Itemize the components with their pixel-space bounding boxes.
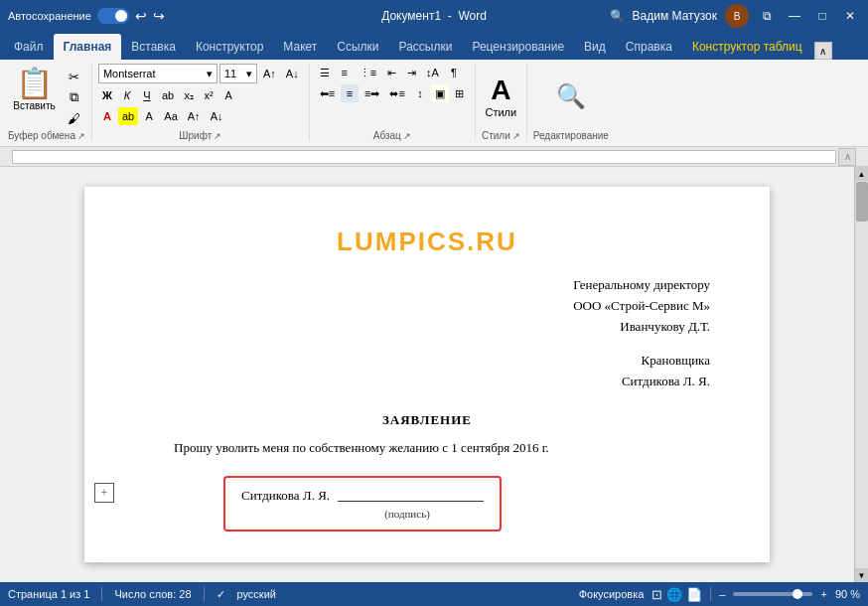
underline-button[interactable]: Ч bbox=[138, 86, 156, 104]
borders-button[interactable]: ⊞ bbox=[451, 84, 469, 102]
minimize-button[interactable]: — bbox=[785, 6, 804, 26]
sort-button[interactable]: ↕A bbox=[422, 64, 443, 81]
font-color2-button[interactable]: A bbox=[140, 107, 158, 125]
redo-icon[interactable]: ↪ bbox=[153, 8, 165, 24]
tab-layout[interactable]: Макет bbox=[273, 34, 327, 60]
increase-font-button[interactable]: A↑ bbox=[259, 65, 280, 82]
restore-icon[interactable]: ⧉ bbox=[757, 6, 777, 26]
focus-mode[interactable]: Фокусировка bbox=[579, 588, 645, 600]
spell-icon: ✓ bbox=[217, 588, 225, 601]
autosave-label: Автосохранение bbox=[8, 10, 91, 22]
highlight-button[interactable]: ab bbox=[118, 107, 138, 125]
signature-box: Ситдикова Л. Я. (подпись) bbox=[223, 476, 502, 531]
italic-button[interactable]: К bbox=[118, 86, 136, 104]
statusbar: Страница 1 из 1 Число слов: 28 ✓ русский… bbox=[0, 582, 868, 606]
vertical-scrollbar[interactable]: ▲ ▼ bbox=[854, 167, 868, 582]
numbered-list-button[interactable]: ≡ bbox=[336, 64, 354, 81]
size-up-button[interactable]: A↑ bbox=[184, 107, 205, 125]
web-layout-button[interactable]: 🌐 bbox=[666, 587, 682, 602]
increase-indent-button[interactable]: ⇥ bbox=[402, 64, 420, 81]
paste-button[interactable]: 📋 Вставить bbox=[9, 64, 59, 113]
language: русский bbox=[237, 588, 276, 600]
copy-button[interactable]: ⧉ bbox=[64, 88, 84, 106]
search-ribbon-icon: 🔍 bbox=[556, 82, 586, 110]
justify-button[interactable]: ⬌≡ bbox=[385, 84, 408, 102]
size-down-button[interactable]: A↓ bbox=[207, 107, 227, 125]
font-name-box[interactable]: Montserrat ▾ bbox=[98, 64, 217, 83]
zoom-minus-button[interactable]: – bbox=[719, 588, 725, 600]
sig-subtitle: (подпись) bbox=[331, 508, 484, 520]
tab-constructor[interactable]: Конструктор bbox=[186, 34, 273, 60]
clipboard-expand-icon[interactable]: ↗ bbox=[77, 131, 85, 141]
ribbon-toolbar: 📋 Вставить ✂ ⧉ 🖌 Буфер обмена ↗ Montser bbox=[0, 60, 868, 147]
tab-mailings[interactable]: Рассылки bbox=[389, 34, 463, 60]
scroll-down-button[interactable]: ▼ bbox=[855, 568, 869, 582]
font-color-button[interactable]: A bbox=[98, 107, 116, 125]
recipient-line1: Генеральному директору bbox=[144, 275, 710, 296]
case-button[interactable]: Аа bbox=[160, 107, 182, 125]
styles-button[interactable]: Стили bbox=[485, 106, 516, 118]
zoom-plus-button[interactable]: + bbox=[820, 588, 826, 600]
show-marks-button[interactable]: ¶ bbox=[445, 64, 463, 81]
decrease-indent-button[interactable]: ⇤ bbox=[382, 64, 400, 81]
tab-review[interactable]: Рецензирование bbox=[462, 34, 574, 60]
tab-view[interactable]: Вид bbox=[574, 34, 616, 60]
titlebar-center: Документ1 - Word bbox=[381, 9, 487, 23]
bullet-list-button[interactable]: ☰ bbox=[316, 64, 334, 81]
styles-expand-icon[interactable]: ↗ bbox=[512, 131, 520, 141]
document-page[interactable]: LUMPICS.RU Генеральному директору ООО «С… bbox=[84, 187, 770, 562]
strikethrough-button[interactable]: аb bbox=[158, 86, 178, 104]
decrease-font-button[interactable]: A↓ bbox=[282, 65, 303, 82]
tab-links[interactable]: Ссылки bbox=[327, 34, 388, 60]
autosave-toggle[interactable] bbox=[97, 8, 129, 24]
sig-name: Ситдикова Л. Я. bbox=[241, 488, 330, 504]
clear-format-button[interactable]: A bbox=[219, 86, 237, 104]
clipboard-label: Буфер обмена bbox=[8, 130, 75, 141]
close-button[interactable]: ✕ bbox=[840, 6, 860, 26]
add-content-button[interactable]: + bbox=[94, 483, 114, 503]
scroll-thumb[interactable] bbox=[856, 182, 868, 222]
zoom-thumb bbox=[793, 589, 802, 599]
subscript-button[interactable]: x₂ bbox=[180, 86, 198, 104]
from-line2: Ситдикова Л. Я. bbox=[144, 372, 710, 392]
page-logo: LUMPICS.RU bbox=[144, 227, 710, 257]
sig-underline bbox=[338, 501, 484, 502]
font-expand-icon[interactable]: ↗ bbox=[214, 131, 221, 141]
tab-home[interactable]: Главная bbox=[54, 34, 122, 60]
scroll-track bbox=[855, 181, 868, 568]
superscript-button[interactable]: x² bbox=[200, 86, 217, 104]
editing-group: 🔍 Редактирование bbox=[531, 64, 615, 141]
app-window: Автосохранение ↩ ↪ Документ1 - Word 🔍 Ва… bbox=[0, 0, 868, 606]
ribbon-collapse-button[interactable]: ∧ bbox=[814, 42, 832, 60]
font-label: Шрифт bbox=[179, 130, 212, 141]
titlebar-left: Автосохранение ↩ ↪ bbox=[8, 8, 381, 24]
tab-table-constructor[interactable]: Конструктор таблиц bbox=[682, 34, 812, 60]
bold-button[interactable]: Ж bbox=[98, 86, 116, 104]
recipient-line3: Иванчукову Д.Т. bbox=[144, 317, 710, 338]
zoom-slider[interactable] bbox=[733, 592, 812, 596]
font-size-box[interactable]: 11 ▾ bbox=[219, 64, 257, 83]
align-left-button[interactable]: ⬅≡ bbox=[316, 84, 339, 102]
paragraph-expand-icon[interactable]: ↗ bbox=[403, 131, 411, 141]
read-mode-button[interactable]: 📄 bbox=[686, 587, 702, 602]
search-icon[interactable]: 🔍 bbox=[610, 9, 625, 23]
print-layout-button[interactable]: ⊡ bbox=[651, 587, 662, 602]
maximize-button[interactable]: □ bbox=[812, 6, 832, 26]
multilevel-list-button[interactable]: ⋮≡ bbox=[356, 64, 380, 81]
styles-large-icon: A bbox=[491, 75, 510, 106]
tab-file[interactable]: Файл bbox=[4, 34, 54, 60]
sig-line: Ситдикова Л. Я. bbox=[241, 488, 484, 504]
cut-button[interactable]: ✂ bbox=[64, 68, 84, 85]
line-spacing-button[interactable]: ↕ bbox=[411, 84, 429, 102]
ruler-collapse-button[interactable]: ∧ bbox=[838, 148, 856, 166]
align-right-button[interactable]: ≡➡ bbox=[361, 84, 383, 102]
undo-icon[interactable]: ↩ bbox=[135, 8, 147, 24]
tab-help[interactable]: Справка bbox=[616, 34, 682, 60]
page-info: Страница 1 из 1 bbox=[8, 588, 89, 600]
paste-icon: 📋 bbox=[16, 66, 53, 100]
tab-insert[interactable]: Вставка bbox=[121, 34, 186, 60]
format-paint-button[interactable]: 🖌 bbox=[64, 109, 84, 127]
shading-button[interactable]: ▣ bbox=[431, 84, 449, 102]
align-center-button[interactable]: ≡ bbox=[341, 84, 359, 102]
scroll-up-button[interactable]: ▲ bbox=[855, 167, 869, 181]
